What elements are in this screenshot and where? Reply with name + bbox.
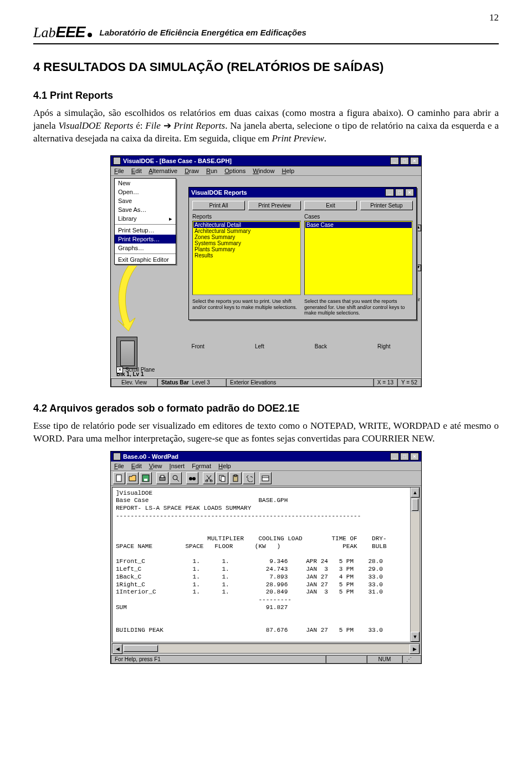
menuitem-open[interactable]: Open… xyxy=(115,187,176,196)
wp-minimize-button[interactable]: _ xyxy=(390,453,399,460)
p1-printreports: Print Reports xyxy=(173,120,225,131)
save-button[interactable] xyxy=(140,472,152,484)
list-item[interactable]: Architectural Detail xyxy=(193,222,300,228)
list-item[interactable]: Systems Summary xyxy=(193,240,300,246)
scroll-plane-label: Scroll Plane xyxy=(125,367,155,373)
paste-button[interactable] xyxy=(229,472,242,484)
wp-menu-view[interactable]: View xyxy=(149,463,162,469)
wordpad-toolbar xyxy=(111,471,421,486)
menu-file[interactable]: File xyxy=(114,168,124,174)
minimize-button[interactable]: _ xyxy=(390,157,399,165)
cases-listbox[interactable]: Base Case xyxy=(304,221,413,295)
logo-lab: Lab xyxy=(33,24,55,41)
menuitem-print-reports[interactable]: Print Reports… xyxy=(115,235,176,244)
menuitem-exit-graphic[interactable]: Exit Graphic Editor xyxy=(115,255,176,264)
menu-options[interactable]: Options xyxy=(224,168,245,174)
subsection-4-2: 4.2 Arquivos gerados sob o formato padrã… xyxy=(33,403,499,414)
scroll-down-icon[interactable]: ▼ xyxy=(411,632,420,642)
elev-view-button[interactable]: Elev. View xyxy=(111,378,157,387)
app-icon xyxy=(113,157,121,165)
list-item[interactable]: Zones Summary xyxy=(193,234,300,240)
wordpad-statusbar: For Help, press F1 NUM ⋰ xyxy=(111,655,421,663)
list-item[interactable]: Plants Summary xyxy=(193,246,300,252)
svg-rect-2 xyxy=(144,479,147,481)
menu-help[interactable]: Help xyxy=(282,168,294,174)
menuitem-save[interactable]: Save xyxy=(115,196,176,205)
dialog-close-button[interactable]: × xyxy=(405,189,414,196)
wp-maximize-button[interactable]: □ xyxy=(400,453,409,460)
dialog-minimize-button[interactable]: _ xyxy=(385,189,394,196)
p1-c: é: xyxy=(133,120,145,131)
close-button[interactable]: × xyxy=(410,157,419,165)
print-preview-button[interactable]: Print Preview xyxy=(248,201,301,210)
maximize-button[interactable]: □ xyxy=(400,157,409,165)
menuitem-print-setup[interactable]: Print Setup… xyxy=(115,226,176,235)
find-button[interactable] xyxy=(186,472,198,484)
p1-file: File xyxy=(145,120,160,131)
list-item[interactable]: Architectural Summary xyxy=(193,228,300,234)
list-item[interactable]: Base Case xyxy=(305,222,412,228)
elevation-labels: Front Left Back Right xyxy=(166,343,416,349)
menuitem-library[interactable]: Library ▸ xyxy=(115,214,176,223)
menuitem-library-text: Library xyxy=(118,215,137,222)
list-item[interactable]: Results xyxy=(193,252,300,258)
menu-separator xyxy=(115,224,176,225)
menu-run[interactable]: Run xyxy=(206,168,217,174)
open-icon xyxy=(129,474,136,482)
printer-setup-button[interactable]: Printer Setup xyxy=(360,201,413,210)
menu-edit[interactable]: Edit xyxy=(131,168,142,174)
svg-line-6 xyxy=(177,479,179,481)
menu-alternative[interactable]: Alternative xyxy=(149,168,177,174)
menu-draw[interactable]: Draw xyxy=(185,168,199,174)
section-heading: 4 RESULTADOS DA SIMULAÇÃO (RELATÓRIOS DE… xyxy=(33,60,499,74)
hscroll-thumb[interactable] xyxy=(124,645,158,652)
datetime-button[interactable] xyxy=(259,472,272,484)
scroll-thumb[interactable] xyxy=(412,499,418,511)
scroll-up-icon[interactable]: ▲ xyxy=(411,488,420,498)
cut-button[interactable] xyxy=(203,472,215,484)
wp-menu-edit[interactable]: Edit xyxy=(131,463,142,469)
dialog-maximize-button[interactable]: □ xyxy=(395,189,404,196)
copy-button[interactable] xyxy=(216,472,228,484)
wp-close-button[interactable]: × xyxy=(410,453,419,460)
copy-icon xyxy=(218,474,226,482)
undo-button[interactable] xyxy=(243,472,255,484)
svg-point-5 xyxy=(173,475,177,480)
new-doc-icon xyxy=(115,474,123,482)
new-doc-button[interactable] xyxy=(113,472,125,484)
svg-point-8 xyxy=(192,477,196,480)
print-button[interactable] xyxy=(156,472,168,484)
scroll-plane-checkbox[interactable]: ✕ xyxy=(116,367,123,373)
scroll-right-icon[interactable]: ▶ xyxy=(410,644,420,654)
print-all-button[interactable]: Print All xyxy=(192,201,245,210)
horizontal-scrollbar[interactable]: ◀ ▶ xyxy=(112,643,420,653)
scroll-left-icon[interactable]: ◀ xyxy=(112,644,122,654)
wordpad-text[interactable]: ]VisualDOE Base Case BASE.GPH REPORT- LS… xyxy=(112,488,410,642)
cut-icon xyxy=(205,474,213,482)
subsection-4-1: 4.1 Print Reports xyxy=(33,90,499,102)
wp-menu-format[interactable]: Format xyxy=(192,463,211,469)
wp-menu-insert[interactable]: Insert xyxy=(170,463,185,469)
menu-separator xyxy=(115,253,176,254)
menu-window[interactable]: Window xyxy=(253,168,274,174)
submenu-arrow-icon: ▸ xyxy=(169,215,172,222)
reports-listbox[interactable]: Architectural Detail Architectural Summa… xyxy=(192,221,301,295)
menuitem-graphs[interactable]: Graphs… xyxy=(115,244,176,252)
binoculars-icon xyxy=(188,474,196,482)
hscroll-track[interactable] xyxy=(159,644,410,653)
page-header: Lab EEE Laboratório de Eficiência Energé… xyxy=(33,23,499,44)
print-preview-button[interactable] xyxy=(170,472,182,484)
wp-menu-file[interactable]: File xyxy=(114,463,124,469)
paste-icon xyxy=(232,474,239,482)
exit-button[interactable]: Exit xyxy=(304,201,357,210)
menuitem-new[interactable]: New xyxy=(115,179,176,187)
menuitem-save-as[interactable]: Save As… xyxy=(115,205,176,214)
elev-back: Back xyxy=(315,343,327,349)
open-button[interactable] xyxy=(126,472,139,484)
page-number: 12 xyxy=(33,12,499,23)
svg-rect-14 xyxy=(234,475,237,476)
vertical-scrollbar[interactable]: ▲ ▼ xyxy=(410,488,420,642)
wp-menu-help[interactable]: Help xyxy=(218,463,231,469)
visualdoe-statusbar: Elev. View Status Bar Level 3 Exterior E… xyxy=(111,378,421,387)
scroll-track[interactable] xyxy=(411,512,420,632)
